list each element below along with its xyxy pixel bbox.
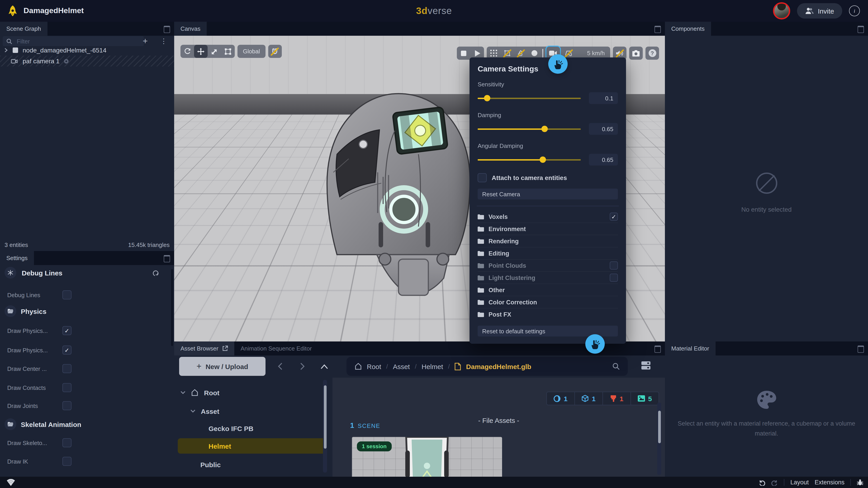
tree-row-node[interactable]: node_damagedHelmet_-6514 xyxy=(0,45,174,56)
tab-canvas[interactable]: Canvas xyxy=(174,22,207,36)
undo-icon[interactable] xyxy=(759,479,766,486)
sensitivity-value[interactable]: 0.1 xyxy=(589,92,618,104)
checkbox-draw-physics-1[interactable]: ✓ xyxy=(62,326,71,335)
panel-maximize-icon[interactable] xyxy=(858,345,864,353)
view-mode-toggle-icon[interactable] xyxy=(641,361,651,370)
settings-group-light-clustering[interactable]: Light Clustering ✓ xyxy=(478,272,618,284)
tab-scene-graph[interactable]: Scene Graph xyxy=(0,22,47,36)
tree-row-camera[interactable]: paf camera 1 xyxy=(0,56,174,66)
settings-group-point-clouds[interactable]: Point Clouds ✓ xyxy=(478,260,618,272)
checkbox-point-clouds[interactable]: ✓ xyxy=(610,262,618,270)
nav-up-icon[interactable] xyxy=(318,360,331,373)
breadcrumb-asset[interactable]: Asset xyxy=(393,363,410,370)
checkbox-draw-joints[interactable]: ✓ xyxy=(62,401,71,410)
tree-item-asset[interactable]: Asset xyxy=(174,404,219,418)
checkbox-light-clustering[interactable]: ✓ xyxy=(610,274,618,282)
chevron-down-icon[interactable] xyxy=(190,409,195,413)
checkbox-draw-skeleton[interactable]: ✓ xyxy=(62,438,71,447)
image-count-badge[interactable]: 5 xyxy=(631,392,658,405)
scene-thumbnail[interactable]: 1 session xyxy=(352,437,502,477)
debug-lines-section[interactable]: Debug Lines xyxy=(0,266,174,279)
panel-maximize-icon[interactable] xyxy=(654,345,661,353)
current-file-name[interactable]: DamagedHelmet.glb xyxy=(466,363,531,370)
angular-damping-value[interactable]: 0.65 xyxy=(589,154,618,165)
breadcrumb-helmet[interactable]: Helmet xyxy=(422,363,443,370)
layout-button[interactable]: Layout xyxy=(790,479,809,486)
snap-magnet-icon[interactable] xyxy=(268,45,282,58)
breadcrumb-root[interactable]: Root xyxy=(367,363,381,370)
checkbox-draw-center[interactable]: ✓ xyxy=(62,364,71,373)
settings-group-post-fx[interactable]: Post FX xyxy=(478,308,618,320)
home-icon[interactable] xyxy=(354,363,362,370)
bug-report-icon[interactable] xyxy=(857,479,864,486)
panel-maximize-icon[interactable] xyxy=(858,26,864,33)
tree-item-public[interactable]: Public xyxy=(174,458,221,471)
mesh-count-badge[interactable]: 1 xyxy=(575,392,603,405)
tab-material-editor[interactable]: Material Editor xyxy=(665,341,716,356)
scene-count-badge[interactable]: 1 xyxy=(547,392,575,405)
panel-maximize-icon[interactable] xyxy=(164,255,170,262)
tab-asset-browser[interactable]: Asset Browser xyxy=(174,341,234,356)
nav-forward-icon[interactable] xyxy=(296,360,308,373)
tree-item-root[interactable]: Root xyxy=(174,386,219,399)
tab-settings[interactable]: Settings xyxy=(0,251,34,265)
physics-section[interactable]: Physics xyxy=(0,306,174,316)
stop-button[interactable] xyxy=(457,47,470,60)
tree-scrollbar[interactable] xyxy=(323,380,327,472)
settings-group-other[interactable]: Other xyxy=(478,284,618,296)
image-icon xyxy=(638,395,645,402)
app-logo-rocket-icon[interactable] xyxy=(7,5,18,17)
connection-signal-icon[interactable] xyxy=(6,479,16,486)
setting-row: Draw Contacts ✓ xyxy=(0,382,174,393)
chevron-down-icon[interactable] xyxy=(181,391,185,394)
checkbox-debug-lines[interactable]: ✓ xyxy=(62,291,71,299)
tree-item-gecko[interactable]: Gecko IFC PB xyxy=(174,422,253,435)
visibility-badge-icon[interactable] xyxy=(64,59,68,64)
panel-maximize-icon[interactable] xyxy=(654,26,661,33)
screenshot-icon[interactable] xyxy=(629,47,643,60)
files-scrollbar[interactable] xyxy=(657,402,661,475)
move-tool-button[interactable] xyxy=(194,45,208,58)
search-icon[interactable] xyxy=(613,363,620,370)
settings-group-voxels[interactable]: Voxels ✓ xyxy=(478,211,618,223)
tree-item-helmet-selected[interactable]: Helmet xyxy=(174,439,231,453)
invite-button[interactable]: Invite xyxy=(797,3,842,19)
space-global-button[interactable]: Global xyxy=(238,45,265,58)
settings-group-rendering[interactable]: Rendering xyxy=(478,235,618,247)
external-link-icon[interactable] xyxy=(222,345,228,352)
reset-section-icon[interactable] xyxy=(152,269,159,276)
extensions-button[interactable]: Extensions xyxy=(815,479,844,486)
transform-box-tool-button[interactable] xyxy=(221,45,235,58)
user-avatar[interactable] xyxy=(773,2,790,20)
checkbox-draw-contacts[interactable]: ✓ xyxy=(62,383,71,392)
info-icon[interactable]: i xyxy=(849,5,860,16)
damping-value[interactable]: 0.65 xyxy=(589,123,618,135)
tab-components[interactable]: Components xyxy=(665,22,711,36)
project-title: DamagedHelmet xyxy=(24,6,84,16)
nav-back-icon[interactable] xyxy=(274,360,286,373)
checkbox-attach-camera[interactable]: ✓ xyxy=(478,173,487,182)
redo-icon[interactable] xyxy=(771,479,778,486)
reset-camera-button[interactable]: Reset Camera xyxy=(478,189,618,200)
toolbar-separator xyxy=(542,49,543,58)
scale-tool-button[interactable] xyxy=(208,45,221,58)
angular-damping-slider[interactable]: 0.65 xyxy=(478,154,618,165)
tab-animation-sequence-editor[interactable]: Animation Sequence Editor xyxy=(234,341,318,356)
damaged-helmet-model[interactable] xyxy=(310,86,477,299)
new-upload-button[interactable]: + New / Upload xyxy=(179,357,266,376)
skeletal-animation-section[interactable]: Skeletal Animation xyxy=(0,419,174,430)
panel-maximize-icon[interactable] xyxy=(164,26,170,33)
settings-group-environment[interactable]: Environment xyxy=(478,223,618,235)
chevron-right-icon[interactable] xyxy=(4,48,8,53)
sensitivity-slider[interactable]: 0.1 xyxy=(478,92,618,104)
help-icon[interactable]: ? xyxy=(646,47,659,60)
settings-group-editing[interactable]: Editing xyxy=(478,247,618,260)
filter-input[interactable] xyxy=(16,37,140,45)
rotate-tool-button[interactable] xyxy=(181,45,194,58)
checkbox-voxels[interactable]: ✓ xyxy=(610,213,618,221)
checkbox-draw-physics-2[interactable]: ✓ xyxy=(62,345,71,355)
damping-slider[interactable]: 0.65 xyxy=(478,123,618,135)
settings-group-color-correction[interactable]: Color Correction xyxy=(478,296,618,308)
material-count-badge[interactable]: 1 xyxy=(603,392,631,405)
checkbox-draw-ik[interactable]: ✓ xyxy=(62,457,71,466)
